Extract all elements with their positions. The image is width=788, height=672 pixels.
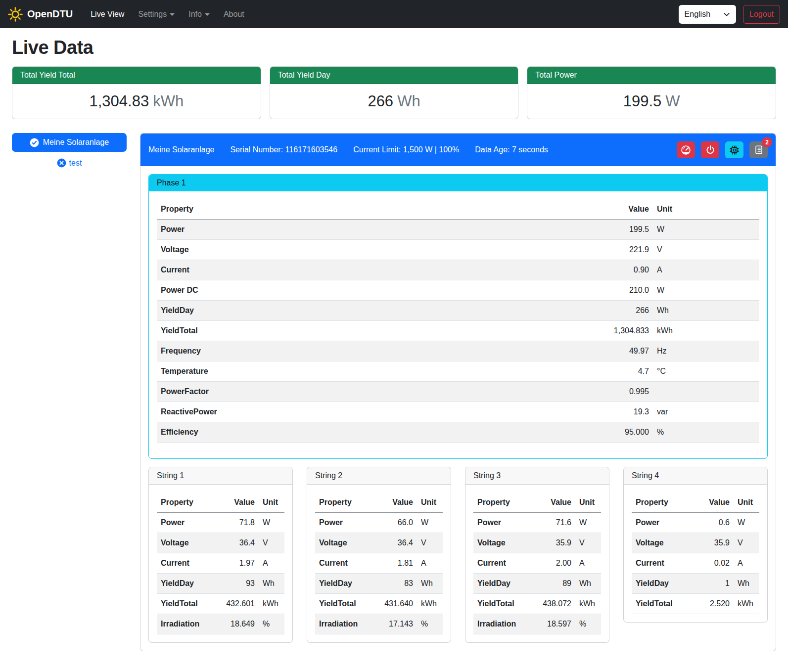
column-header: Property	[157, 493, 214, 513]
table-header-row: PropertyValueUnit	[157, 493, 284, 513]
column-header: Unit	[575, 493, 601, 513]
inverter-panel-header: Meine Solaranlage Serial Number: 1161716…	[140, 134, 776, 166]
card-title: Total Power	[527, 67, 776, 84]
table-row: Irradiation18.597%	[473, 614, 601, 634]
total-yield-total-card: Total Yield Total 1,304.83kWh	[12, 66, 261, 119]
inverter-name: Meine Solaranlage	[148, 145, 214, 154]
string-4-table: PropertyValueUnit Power0.6WVoltage35.9VC…	[632, 493, 759, 614]
inverter-select-button[interactable]: Meine Solaranlage	[12, 133, 127, 152]
chevron-down-icon	[723, 11, 730, 18]
table-header-row: PropertyValueUnit	[473, 493, 601, 513]
nav-item-live-view[interactable]: Live View	[85, 6, 130, 23]
card-value: 199.5	[623, 92, 662, 110]
string-title: String 3	[465, 467, 609, 485]
table-row: Voltage36.4V	[157, 533, 284, 553]
language-select[interactable]: English	[679, 5, 736, 24]
card-unit: W	[665, 92, 680, 110]
column-header: Value	[530, 493, 575, 513]
phase-card: Phase 1 PropertyValueUnit Power199.5WVol…	[148, 174, 768, 459]
column-header: Value	[594, 199, 653, 220]
total-power-card: Total Power 199.5W	[527, 66, 776, 119]
table-header-row: PropertyValueUnit	[315, 493, 443, 513]
summary-cards: Total Yield Total 1,304.83kWh Total Yiel…	[12, 66, 776, 119]
sun-icon	[8, 7, 23, 22]
table-row: YieldDay1Wh	[632, 574, 759, 594]
table-row: Voltage36.4V	[315, 533, 443, 553]
table-row: YieldTotal438.072kWh	[473, 594, 601, 614]
column-header: Property	[632, 493, 694, 513]
inverter-serial: Serial Number: 116171603546	[230, 145, 337, 154]
inverter-limit: Current Limit: 1,500 W | 100%	[353, 145, 459, 154]
limit-settings-button[interactable]	[677, 141, 695, 158]
phase-title: Phase 1	[149, 175, 767, 191]
page-title: Live Data	[12, 37, 776, 58]
table-row: Voltage221.9V	[157, 240, 759, 260]
table-row: Frequency49.97Hz	[157, 341, 759, 361]
column-header: Unit	[653, 199, 759, 220]
x-circle-icon[interactable]	[57, 158, 66, 168]
table-row: Current0.90A	[157, 260, 759, 280]
table-row: Current0.02A	[632, 553, 759, 574]
column-header: Unit	[734, 493, 759, 513]
table-row: Power DC210.0W	[157, 280, 759, 301]
brand-title: OpenDTU	[27, 8, 73, 20]
table-row: YieldTotal431.640kWh	[315, 594, 443, 614]
string-3-card: String 3 PropertyValueUnit Power71.6WVol…	[465, 467, 609, 643]
column-header: Unit	[259, 493, 284, 513]
string-4-card: String 4 PropertyValueUnit Power0.6WVolt…	[623, 467, 768, 623]
table-row: YieldDay93Wh	[157, 574, 284, 594]
chevron-down-icon	[170, 13, 175, 16]
table-row: Current1.81A	[315, 553, 443, 574]
table-row: ReactivePower19.3var	[157, 402, 759, 422]
card-unit: Wh	[397, 92, 420, 110]
table-row: Irradiation18.649%	[157, 614, 284, 634]
string-2-card: String 2 PropertyValueUnit Power66.0WVol…	[307, 467, 451, 643]
chevron-down-icon	[205, 13, 210, 16]
table-row: YieldTotal1,304.833kWh	[157, 321, 759, 341]
table-row: Power0.6W	[632, 513, 759, 533]
cpu-icon	[729, 145, 740, 155]
inverter-actions: 2	[677, 141, 768, 158]
nav-item-info[interactable]: Info	[183, 6, 216, 23]
table-row: YieldDay83Wh	[315, 574, 443, 594]
table-row: YieldDay89Wh	[473, 574, 601, 594]
table-row: Current2.00A	[473, 553, 601, 574]
nav-links: Live View Settings Info About	[85, 6, 678, 23]
string-1-table: PropertyValueUnit Power71.8WVoltage36.4V…	[157, 493, 284, 634]
table-row: Current1.97A	[157, 553, 284, 574]
table-row: Power71.6W	[473, 513, 601, 533]
column-header: Property	[157, 199, 594, 220]
column-header: Value	[214, 493, 259, 513]
logout-button[interactable]: Logout	[743, 5, 780, 24]
string-1-card: String 1 PropertyValueUnit Power71.8WVol…	[148, 467, 293, 643]
table-header-row: PropertyValueUnit	[157, 199, 759, 220]
column-header: Unit	[417, 493, 443, 513]
speedometer-icon	[681, 145, 691, 155]
device-info-button[interactable]	[725, 141, 743, 158]
nav-item-settings[interactable]: Settings	[132, 6, 181, 23]
navbar: OpenDTU Live View Settings Info About En…	[0, 0, 788, 28]
column-header: Property	[315, 493, 372, 513]
table-row: Irradiation17.143%	[315, 614, 443, 634]
table-row: YieldTotal2.520kWh	[632, 594, 759, 614]
power-button[interactable]	[701, 141, 719, 158]
table-row: PowerFactor0.995	[157, 382, 759, 402]
sidebar-item-test[interactable]: test	[12, 158, 127, 168]
inverter-panel: Meine Solaranlage Serial Number: 1161716…	[140, 133, 776, 651]
string-3-table: PropertyValueUnit Power71.6WVoltage35.9V…	[473, 493, 601, 634]
table-row: Power71.8W	[157, 513, 284, 533]
card-value: 1,304.83	[90, 92, 149, 110]
nav-item-about[interactable]: About	[218, 6, 250, 23]
card-unit: kWh	[153, 92, 184, 110]
table-row: YieldDay266Wh	[157, 301, 759, 321]
inverter-sidebar: Meine Solaranlage test	[12, 133, 140, 168]
brand[interactable]: OpenDTU	[8, 7, 73, 22]
event-log-button[interactable]: 2	[749, 141, 768, 158]
event-count-badge: 2	[762, 137, 772, 147]
journal-icon	[754, 145, 764, 155]
power-icon	[705, 145, 715, 155]
card-title: Total Yield Total	[12, 67, 261, 84]
string-cards: String 1 PropertyValueUnit Power71.8WVol…	[148, 467, 768, 643]
inverter-data-age: Data Age: 7 seconds	[475, 145, 548, 154]
total-yield-day-card: Total Yield Day 266Wh	[270, 66, 519, 119]
